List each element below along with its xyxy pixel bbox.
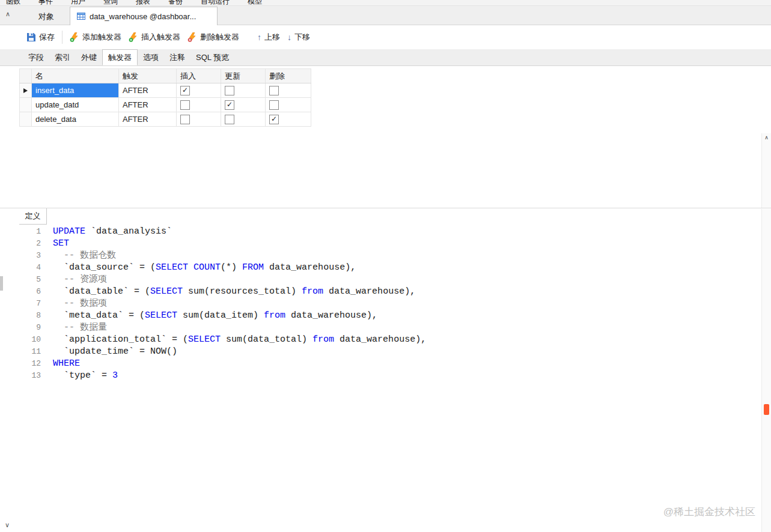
update-cell[interactable]: [221, 112, 266, 127]
insert-cell[interactable]: [177, 98, 221, 112]
line-number: 2: [18, 238, 41, 250]
delete-cell[interactable]: [266, 112, 311, 127]
trigger-grid: 名触发插入更新删除 insert_dataAFTERupdate_datdAFT…: [19, 68, 311, 127]
down-arrow-icon: ↓: [287, 33, 291, 41]
tab-triggers[interactable]: 触发器: [102, 49, 138, 65]
menu-item-automation[interactable]: 自动运行: [201, 0, 230, 5]
trigger-name-cell[interactable]: delete_data: [32, 112, 119, 127]
trigger-timing-cell[interactable]: AFTER: [119, 112, 177, 127]
menu-item-query[interactable]: 查询: [103, 0, 118, 5]
current-row-arrow-icon: [23, 88, 28, 93]
code-line[interactable]: 6 `data_table` = (SELECT sum(resources_t…: [0, 286, 762, 298]
table-row[interactable]: insert_dataAFTER: [20, 83, 311, 98]
delete-cell[interactable]: [266, 83, 311, 98]
tab-sql-preview[interactable]: SQL 预览: [190, 49, 234, 65]
insert-trigger-label: 插入触发器: [141, 32, 180, 43]
insert-checkbox[interactable]: [180, 100, 190, 110]
table-row[interactable]: delete_dataAFTER: [20, 112, 311, 127]
delete-checkbox[interactable]: [269, 115, 279, 124]
bottom-left-chevron-icon[interactable]: ∨: [5, 522, 10, 528]
save-button[interactable]: 保存: [23, 29, 58, 45]
definition-tab[interactable]: 定义: [19, 208, 47, 225]
tab-table-designer[interactable]: data_warehouse @dashboar...: [70, 7, 218, 25]
add-trigger-icon: [70, 32, 79, 42]
grid-corner-cell: [20, 69, 32, 83]
menu-item-backup[interactable]: 备份: [168, 0, 183, 5]
code-line[interactable]: 3 -- 数据仓数: [0, 250, 762, 262]
line-number: 6: [18, 286, 41, 298]
scrollbar-up-icon[interactable]: ∧: [762, 135, 771, 141]
update-cell[interactable]: [221, 83, 266, 98]
menu-item-reports[interactable]: 报表: [136, 0, 150, 5]
line-number: 5: [18, 274, 41, 286]
edit-position-marker[interactable]: [764, 404, 769, 415]
move-up-button[interactable]: ↑ 上移: [254, 29, 284, 45]
grid-header-row: 名触发插入更新删除: [20, 69, 311, 83]
update-checkbox[interactable]: [225, 86, 234, 95]
code-line[interactable]: 9 -- 数据量: [0, 322, 762, 334]
tab-options[interactable]: 选项: [138, 49, 164, 65]
row-marker: [20, 112, 32, 127]
tab-comments[interactable]: 注释: [164, 49, 190, 65]
tab-objects[interactable]: 对象: [23, 8, 70, 25]
insert-cell[interactable]: [177, 83, 221, 98]
tab-table-designer-label: data_warehouse @dashboar...: [90, 12, 196, 21]
insert-trigger-button[interactable]: 插入触发器: [125, 29, 184, 45]
tab-bar: ∧ 对象 data_warehouse @dashboar...: [0, 6, 771, 25]
tab-foreign-keys[interactable]: 外键: [76, 49, 102, 65]
move-down-button[interactable]: ↓ 下移: [284, 29, 314, 45]
insert-checkbox[interactable]: [180, 86, 190, 95]
tab-indexes[interactable]: 索引: [49, 49, 76, 65]
code-line[interactable]: 5 -- 资源项: [0, 274, 762, 286]
insert-cell[interactable]: [177, 112, 221, 127]
left-scrollbar-thumb[interactable]: [0, 276, 3, 291]
table-row[interactable]: update_datdAFTER: [20, 98, 311, 112]
code-line[interactable]: 4 `data_source` = (SELECT COUNT(*) FROM …: [0, 262, 762, 274]
app: { "menu": { "items": ["函数", "事件", "用户", …: [0, 0, 771, 532]
update-cell[interactable]: [221, 98, 266, 112]
add-trigger-button[interactable]: 添加触发器: [66, 29, 125, 45]
menu-item-functions[interactable]: 函数: [6, 0, 20, 5]
line-number: 11: [18, 346, 41, 358]
tab-scroll-up-icon[interactable]: ∧: [5, 11, 10, 17]
editor-scrollbar[interactable]: [761, 209, 771, 532]
delete-trigger-button[interactable]: 删除触发器: [184, 29, 243, 45]
column-header-3[interactable]: 更新: [221, 69, 266, 83]
code-line[interactable]: 7 -- 数据项: [0, 298, 762, 310]
delete-checkbox[interactable]: [269, 100, 279, 110]
update-checkbox[interactable]: [225, 100, 234, 110]
column-header-0[interactable]: 名: [32, 69, 119, 83]
code-line[interactable]: 8 `meta_data` = (SELECT sum(data_item) f…: [0, 310, 762, 322]
move-up-label: 上移: [264, 32, 280, 43]
insert-checkbox[interactable]: [180, 115, 190, 124]
delete-trigger-icon: [187, 32, 197, 42]
table-icon: [76, 11, 86, 21]
sql-editor[interactable]: 1UPDATE `data_analysis`2SET3 -- 数据仓数4 `d…: [0, 226, 762, 532]
trigger-name-cell[interactable]: insert_data: [32, 83, 119, 98]
menu-item-events[interactable]: 事件: [38, 0, 53, 5]
update-checkbox[interactable]: [225, 115, 234, 124]
code-line[interactable]: 1UPDATE `data_analysis`: [0, 226, 762, 238]
trigger-grid-pane: 名触发插入更新删除 insert_dataAFTERupdate_datdAFT…: [0, 66, 771, 208]
code-line[interactable]: 2SET: [0, 238, 762, 250]
code-line[interactable]: 13 `type` = 3: [0, 370, 762, 382]
trigger-timing-cell[interactable]: AFTER: [119, 83, 177, 98]
column-header-2[interactable]: 插入: [177, 69, 221, 83]
menu-item-model[interactable]: 模型: [248, 0, 262, 5]
delete-checkbox[interactable]: [269, 86, 279, 95]
trigger-timing-cell[interactable]: AFTER: [119, 98, 177, 112]
column-header-4[interactable]: 删除: [266, 69, 311, 83]
code-line[interactable]: 11 `update_time` = NOW(): [0, 346, 762, 358]
line-number: 10: [18, 334, 41, 346]
column-header-1[interactable]: 触发: [119, 69, 177, 83]
line-number: 8: [18, 310, 41, 322]
definition-row: 定义: [0, 208, 771, 225]
trigger-name-cell[interactable]: update_datd: [32, 98, 119, 112]
menu-item-users[interactable]: 用户: [71, 0, 85, 5]
code-line[interactable]: 12WHERE: [0, 358, 762, 370]
line-number: 9: [18, 322, 41, 334]
tab-fields[interactable]: 字段: [23, 49, 49, 65]
code-line[interactable]: 10 `application_total` = (SELECT sum(dat…: [0, 334, 762, 346]
save-icon: [26, 32, 36, 42]
delete-cell[interactable]: [266, 98, 311, 112]
